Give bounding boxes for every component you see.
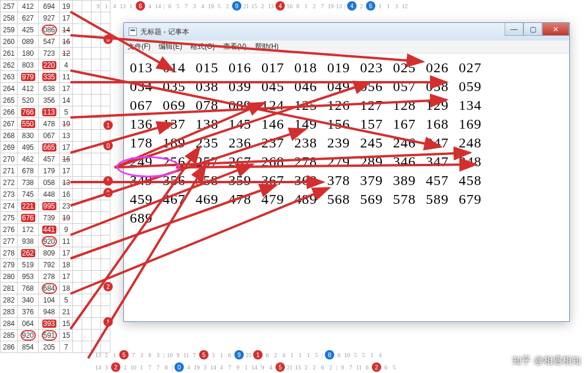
row-marker-badge: 0	[103, 188, 113, 197]
bottom-chart-row-2: 14322101778|041931447911494521132262|971…	[94, 361, 398, 373]
notepad-window: 无标题 - 记事本 — ▢ ✕ 文件(F) 编辑(E) 格式(O) 查看(V) …	[123, 22, 570, 322]
highlight-oval	[116, 156, 180, 177]
menu-view[interactable]: 查看(V)	[223, 42, 247, 52]
row-marker-badge: 0	[103, 141, 113, 150]
menu-edit[interactable]: 编辑(E)	[159, 42, 182, 52]
bottom-chart-row-1: 132157383|109117531692516241115|86105514	[94, 349, 384, 361]
row-marker-badge: 1	[103, 120, 113, 130]
minimize-button[interactable]: —	[505, 23, 523, 36]
zhihu-watermark: 知乎 @相遇相知	[512, 355, 581, 367]
close-button[interactable]: ✕	[542, 23, 569, 36]
row-marker-badge: 0	[103, 35, 113, 44]
row-marker-badge: 1	[103, 176, 113, 186]
notepad-icon	[129, 28, 137, 36]
top-chart-row: 9141316414|6573419529211521341681271913|…	[94, 0, 409, 12]
titlebar[interactable]: 无标题 - 记事本 — ▢ ✕	[124, 23, 569, 41]
lottery-background-table: 2574126941925862792717259425086142600895…	[0, 0, 110, 353]
menu-file[interactable]: 文件(F)	[127, 42, 150, 52]
row-marker-badge: 1	[103, 317, 113, 327]
menu-format[interactable]: 格式(O)	[190, 42, 214, 52]
row-marker-badge: 2	[103, 282, 113, 291]
maximize-button[interactable]: ▢	[523, 23, 542, 36]
window-title: 无标题 - 记事本	[140, 27, 189, 37]
menu-help[interactable]: 帮助(H)	[255, 42, 279, 52]
menubar: 文件(F) 编辑(E) 格式(O) 查看(V) 帮助(H)	[124, 41, 569, 53]
notepad-content[interactable]: 0130140150160170180190230250260270340350…	[124, 53, 569, 232]
